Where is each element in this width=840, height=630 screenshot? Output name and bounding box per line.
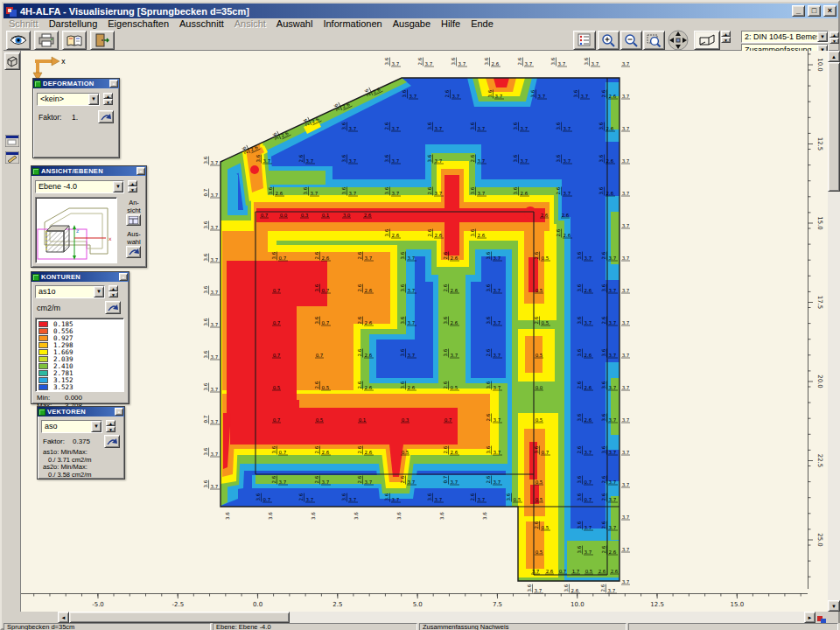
svg-text:0.7: 0.7 bbox=[322, 320, 330, 326]
view-cube-button[interactable] bbox=[4, 52, 20, 70]
scroll-down-icon[interactable]: ▼ bbox=[828, 600, 840, 612]
zoom-out-button[interactable] bbox=[620, 31, 642, 50]
legend-swatch bbox=[38, 328, 48, 334]
auswahl-apply-button[interactable] bbox=[126, 246, 141, 258]
menu-item-ausschnitt[interactable]: Ausschnitt bbox=[174, 18, 229, 30]
panel-ansicht-ebenen[interactable]: ANSICHT/EBENEN ▪ Ebene -4.0 ▼ ▲▼ bbox=[31, 165, 147, 268]
design-code-select[interactable]: 2: DIN 1045-1 Bemessung ▼ bbox=[741, 31, 829, 43]
chevron-down-icon[interactable]: ▼ bbox=[88, 94, 99, 105]
menu-item-eigenschaften[interactable]: Eigenschaften bbox=[102, 18, 174, 30]
svg-text:3.6: 3.6 bbox=[303, 186, 308, 194]
svg-text:0.7: 0.7 bbox=[443, 475, 448, 483]
svg-text:x: x bbox=[108, 235, 112, 242]
view-3d-spinner[interactable]: ▲▼ bbox=[721, 31, 731, 43]
panel-shortcut-edit[interactable] bbox=[4, 150, 20, 164]
panel-vektoren[interactable]: VEKTOREN ▪ aso ▼ ▲▼ Faktor: 0.375 as1o: … bbox=[37, 406, 125, 480]
vertical-scrollbar-thumb[interactable] bbox=[828, 62, 840, 192]
panel-konturen-titlebar[interactable]: KONTUREN ▪ bbox=[32, 272, 129, 282]
legend-row: 3.152 bbox=[38, 376, 123, 383]
konturen-spinner[interactable]: ▲▼ bbox=[108, 285, 118, 298]
scroll-right-icon[interactable]: ► bbox=[804, 612, 816, 623]
panel-ansicht-titlebar[interactable]: ANSICHT/EBENEN ▪ bbox=[32, 166, 146, 176]
chevron-down-icon[interactable]: ▼ bbox=[817, 32, 828, 42]
panel-close-icon[interactable]: ▪ bbox=[115, 408, 123, 416]
display-options-button[interactable] bbox=[573, 31, 596, 50]
svg-text:3.7: 3.7 bbox=[211, 322, 219, 327]
menu-item-darstellung[interactable]: Darstellung bbox=[44, 18, 103, 30]
redo-arrow-icon bbox=[107, 438, 117, 446]
svg-text:0.3: 0.3 bbox=[301, 213, 309, 218]
svg-text:2.6: 2.6 bbox=[556, 228, 561, 236]
deformation-spinner[interactable]: ▲▼ bbox=[103, 93, 113, 105]
view-3d-button[interactable] bbox=[694, 31, 720, 50]
panel-close-icon[interactable]: ▪ bbox=[119, 273, 128, 281]
visualization-canvas[interactable]: x bbox=[21, 51, 828, 612]
zoom-in-button[interactable] bbox=[598, 31, 620, 50]
ebene-spinner[interactable]: ▲▼ bbox=[128, 180, 137, 192]
panel-shortcut-deformation[interactable] bbox=[4, 133, 20, 148]
svg-text:0.7: 0.7 bbox=[279, 450, 287, 455]
panel-deformation-titlebar[interactable]: DEFORMATION ▪ bbox=[33, 79, 119, 88]
menu-item-ausgabe[interactable]: Ausgabe bbox=[388, 18, 436, 30]
chevron-down-icon[interactable]: ▼ bbox=[91, 421, 102, 432]
svg-text:3.6: 3.6 bbox=[577, 493, 582, 500]
pan-button[interactable] bbox=[666, 31, 690, 50]
scroll-up-icon[interactable]: ▲ bbox=[828, 51, 840, 62]
print-button[interactable] bbox=[34, 31, 59, 50]
window-title: 4H-ALFA - Visualisierung [Sprungbecken d… bbox=[20, 6, 789, 17]
svg-text:3.7: 3.7 bbox=[211, 290, 219, 295]
svg-text:2.6: 2.6 bbox=[357, 251, 362, 259]
exit-button[interactable] bbox=[90, 31, 115, 50]
panel-deformation[interactable]: DEFORMATION ▪ <kein> ▼ ▲▼ Faktor: 1. bbox=[32, 78, 120, 158]
svg-text:3.6: 3.6 bbox=[577, 521, 582, 528]
title-bar[interactable]: 4H-ALFA - Visualisierung [Sprungbecken d… bbox=[4, 4, 838, 18]
svg-text:2.6: 2.6 bbox=[427, 186, 432, 194]
menu-item-hilfe[interactable]: Hilfe bbox=[436, 18, 466, 30]
svg-text:3.7: 3.7 bbox=[211, 257, 219, 262]
konturen-apply-button[interactable] bbox=[105, 301, 121, 314]
result-spinner[interactable]: ▲▼ bbox=[830, 32, 839, 44]
svg-text:3.6: 3.6 bbox=[601, 413, 606, 421]
deformation-apply-button[interactable] bbox=[98, 110, 114, 123]
svg-text:2.6: 2.6 bbox=[601, 493, 606, 500]
ansicht-button[interactable] bbox=[126, 214, 141, 226]
svg-text:3.6: 3.6 bbox=[427, 493, 432, 500]
ebene-select[interactable]: Ebene -4.0 ▼ bbox=[35, 180, 124, 193]
svg-text:3.6: 3.6 bbox=[487, 89, 493, 97]
panel-vektoren-titlebar[interactable]: VEKTOREN ▪ bbox=[38, 407, 124, 416]
vektoren-apply-button[interactable] bbox=[104, 435, 120, 448]
svg-text:2.6: 2.6 bbox=[408, 385, 416, 390]
preview-eye-button[interactable] bbox=[6, 31, 31, 50]
faktor-label: Faktor: bbox=[38, 113, 61, 122]
svg-text:3.6: 3.6 bbox=[268, 512, 273, 520]
scroll-left-icon[interactable]: ◄ bbox=[58, 612, 69, 623]
menu-item-auswahl[interactable]: Auswahl bbox=[271, 18, 318, 30]
zoom-window-button[interactable] bbox=[643, 31, 665, 50]
horizontal-scrollbar-thumb[interactable] bbox=[69, 612, 290, 623]
manual-button[interactable] bbox=[62, 31, 87, 50]
vertical-scrollbar[interactable]: ▲ ▼ bbox=[828, 51, 840, 612]
panel-konturen[interactable]: KONTUREN ▪ as1o ▼ ▲▼ cm2/m 0.1850.5560.9… bbox=[31, 271, 130, 404]
konturen-select[interactable]: as1o ▼ bbox=[35, 285, 105, 298]
svg-text:3.7: 3.7 bbox=[622, 514, 630, 520]
vektoren-spinner[interactable]: ▲▼ bbox=[106, 420, 116, 432]
deformation-select[interactable]: <kein> ▼ bbox=[37, 93, 100, 106]
vektoren-select[interactable]: aso ▼ bbox=[41, 420, 102, 433]
contour-plot[interactable]: x bbox=[21, 51, 828, 612]
ebene-preview[interactable]: x z bbox=[35, 197, 117, 263]
horizontal-scrollbar[interactable]: ◄ ► bbox=[21, 612, 828, 623]
svg-text:3.6: 3.6 bbox=[400, 316, 405, 324]
minimize-button[interactable]: _ bbox=[792, 5, 805, 17]
menu-item-ende[interactable]: Ende bbox=[466, 18, 499, 30]
panel-close-icon[interactable]: ▪ bbox=[109, 80, 118, 88]
unit-label: cm2/m bbox=[37, 304, 60, 312]
chevron-down-icon[interactable]: ▼ bbox=[94, 286, 104, 298]
close-button[interactable]: × bbox=[823, 5, 836, 17]
menu-item-informationen[interactable]: Informationen bbox=[318, 18, 387, 30]
svg-text:3.7: 3.7 bbox=[435, 497, 443, 502]
maximize-button[interactable]: □ bbox=[808, 5, 821, 17]
chevron-down-icon[interactable]: ▼ bbox=[113, 181, 123, 192]
options-list-icon bbox=[578, 33, 592, 47]
panel-close-icon[interactable]: ▪ bbox=[136, 167, 145, 175]
svg-text:3.6: 3.6 bbox=[550, 57, 556, 65]
